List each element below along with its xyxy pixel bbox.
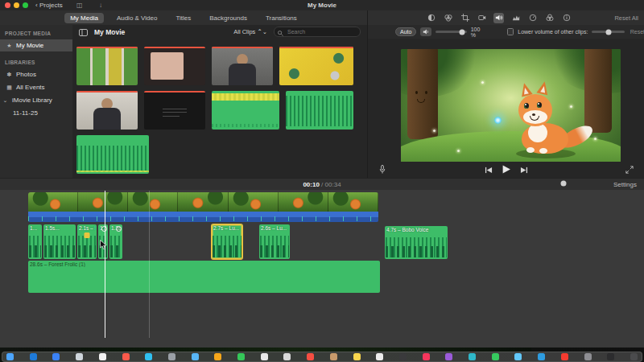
dock-app-icon[interactable] [469, 353, 476, 360]
dock-app-icon[interactable] [630, 353, 638, 360]
sidebar-item-photos[interactable]: ✽ Photos [0, 68, 72, 80]
audio-clip-selected[interactable]: 2.7s – Lu... [212, 224, 242, 259]
dock-app-icon[interactable] [330, 353, 337, 360]
color-correction-icon[interactable] [443, 13, 453, 23]
import-media-icon[interactable]: ◫ [76, 2, 83, 9]
media-thumbnail-screen-recording[interactable] [76, 47, 138, 85]
sidebar-item-all-events[interactable]: ▦ All Events [0, 81, 72, 93]
sidebar-item-imovie-library[interactable]: ⌄ iMovie Library [0, 94, 68, 106]
search-field[interactable] [274, 27, 361, 37]
playhead[interactable] [105, 191, 105, 338]
minimize-window-button[interactable] [14, 2, 19, 8]
video-clip-filmstrip[interactable] [28, 192, 378, 212]
clip-marker-badge[interactable] [85, 232, 90, 238]
dock-app-icon[interactable] [283, 353, 291, 360]
dock-app-icon[interactable] [122, 353, 130, 360]
fade-handle[interactable] [116, 226, 122, 232]
audio-clip-bobo-voice[interactable]: 4.7s – Bobo Voice [385, 226, 448, 259]
tab-titles[interactable]: Titles [170, 13, 196, 23]
color-balance-icon[interactable] [426, 13, 436, 23]
dock-app-icon[interactable] [561, 353, 568, 360]
dock-app-icon[interactable] [261, 353, 268, 360]
audio-clip[interactable]: 1.3s... [109, 224, 122, 259]
volume-icon[interactable] [493, 13, 504, 23]
media-thumbnail-document[interactable] [144, 47, 205, 85]
dock-app-icon[interactable] [52, 353, 60, 360]
auto-volume-button[interactable]: Auto [395, 27, 416, 36]
fullscreen-icon[interactable] [625, 162, 634, 177]
sidebar-toggle-icon[interactable] [79, 25, 88, 39]
tab-backgrounds[interactable]: Backgrounds [204, 13, 253, 23]
play-button[interactable] [502, 162, 511, 177]
clip-filter-icon[interactable] [544, 13, 555, 23]
dock-app-icon[interactable] [6, 353, 14, 360]
all-clips-filter[interactable]: All Clips ⌃⌄ [233, 28, 267, 35]
dock-app-icon[interactable] [353, 353, 361, 360]
dock-app-icon[interactable] [399, 353, 407, 360]
dock-app-icon[interactable] [214, 353, 221, 360]
audio-clip[interactable]: 1.5s... [43, 224, 76, 259]
stabilization-icon[interactable] [477, 13, 487, 23]
speed-icon[interactable] [527, 13, 538, 23]
close-window-button[interactable] [5, 2, 10, 8]
audio-clip[interactable]: 1... [28, 224, 42, 259]
dock-app-icon[interactable] [76, 353, 83, 360]
dock-app-icon[interactable] [237, 353, 245, 360]
volume-slider[interactable] [436, 31, 466, 33]
dock-app-icon[interactable] [30, 353, 37, 360]
search-input[interactable] [286, 28, 353, 35]
video-clip-audio-track[interactable] [28, 212, 378, 222]
dock-app-icon[interactable] [168, 353, 175, 360]
download-arrow-icon[interactable]: ↓ [99, 2, 102, 9]
audio-clip[interactable]: 2.1s – L... [77, 224, 97, 259]
left-pane: My Media Audio & Video Titles Background… [0, 10, 367, 190]
tab-audio-video[interactable]: Audio & Video [111, 13, 163, 23]
media-thumbnail-audio-banner[interactable] [212, 91, 279, 130]
reset-volume-button[interactable]: Reset [630, 29, 644, 35]
info-icon[interactable] [561, 13, 572, 23]
media-thumbnail-presenter[interactable] [212, 47, 273, 85]
audio-clip[interactable]: 2.6s – Lu... [259, 224, 290, 259]
dock-app-icon[interactable] [99, 353, 106, 360]
mute-speaker-button[interactable] [420, 27, 431, 36]
tab-my-media[interactable]: My Media [64, 13, 104, 23]
dock-app-icon[interactable] [423, 353, 430, 360]
skip-forward-button[interactable] [521, 162, 528, 177]
libraries-sidebar: PROJECT MEDIA ★ My Movie LIBRARIES ✽ Pho… [0, 25, 73, 190]
dock-app-icon[interactable] [514, 353, 522, 360]
media-thumbnail-yellow-graphic[interactable] [279, 47, 353, 85]
media-thumbnail-audio-waveform[interactable] [286, 91, 353, 130]
media-thumbnail-dark-screen[interactable] [144, 91, 205, 130]
timecode-display: 00:10 / 00:34 [303, 181, 341, 188]
zoom-window-button[interactable] [23, 2, 28, 8]
dock-app-icon[interactable] [145, 353, 152, 360]
dock-app-icon[interactable] [192, 353, 199, 360]
lower-volume-slider-knob[interactable] [605, 29, 611, 35]
voiceover-mic-icon[interactable] [379, 162, 386, 177]
timeline-zoom-knob[interactable] [561, 181, 567, 187]
skip-back-button[interactable] [485, 162, 493, 177]
lower-volume-slider[interactable] [592, 31, 624, 33]
media-thumbnail-audio-waveform-2[interactable] [76, 135, 149, 174]
tab-transitions[interactable]: Transitions [260, 13, 303, 23]
timeline-settings-button[interactable]: Settings [613, 181, 637, 188]
dock-app-icon[interactable] [607, 353, 614, 360]
dock-app-icon[interactable] [445, 353, 452, 360]
dock-app-icon[interactable] [538, 353, 545, 360]
reset-all-button[interactable]: Reset All [614, 14, 638, 22]
back-to-projects-button[interactable]: ‹ Projects [35, 2, 63, 9]
dock-app-icon[interactable] [307, 353, 314, 360]
dock-app-icon[interactable] [492, 353, 499, 360]
chevron-down-icon[interactable]: ⌄ [2, 97, 9, 104]
movie-star-icon: ★ [6, 43, 13, 49]
background-music-clip[interactable]: 28.6s – Forest Frolic (1) [28, 261, 380, 293]
sidebar-item-my-movie[interactable]: ★ My Movie [0, 39, 72, 51]
volume-slider-knob[interactable] [459, 29, 464, 35]
noise-reduction-icon[interactable] [510, 13, 521, 23]
lower-volume-checkbox[interactable] [507, 28, 514, 35]
sidebar-item-library-date[interactable]: 11-11-25 [0, 107, 80, 119]
dock-app-icon[interactable] [584, 353, 592, 360]
dock-app-icon[interactable] [376, 353, 383, 360]
media-thumbnail-presenter-headphones[interactable] [76, 91, 138, 130]
crop-icon[interactable] [460, 13, 470, 23]
